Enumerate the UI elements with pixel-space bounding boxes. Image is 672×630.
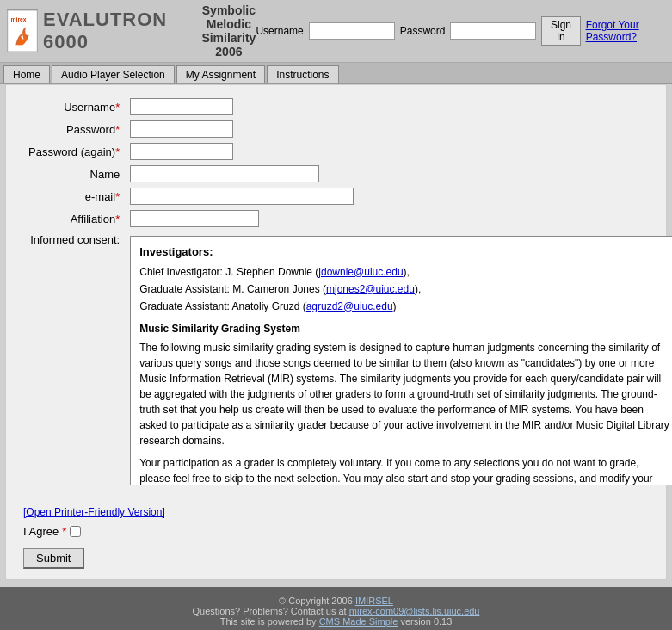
cms-link[interactable]: CMS Made Simple xyxy=(319,616,398,627)
registration-form: Username* Password* Password (again)* xyxy=(23,96,672,497)
forgot-password-link[interactable]: Forgot Your Password? xyxy=(586,19,665,43)
password-field-label: Password* xyxy=(23,118,125,140)
investigators-heading: Investigators: xyxy=(139,244,671,261)
header-username-input[interactable] xyxy=(309,22,395,40)
username-label: Username xyxy=(256,25,303,37)
tab-my-assignment[interactable]: My Assignment xyxy=(176,65,265,83)
printer-friendly-link[interactable]: [Open Printer-Friendly Version] xyxy=(23,506,165,518)
grad2: Graduate Assistant: Anatoliy Gruzd (agru… xyxy=(139,299,671,314)
tab-home[interactable]: Home xyxy=(3,65,50,83)
agree-row: I Agree* xyxy=(23,525,649,538)
evalutron-title: EVALUTRON 6000 xyxy=(43,9,201,53)
name-field-label: Name xyxy=(23,163,125,185)
email-field-label: e-mail* xyxy=(23,185,125,207)
consent-box[interactable]: Investigators: Chief Investigator: J. St… xyxy=(130,236,672,485)
informed-consent-label: Informed consent: xyxy=(23,230,125,497)
imirsel-link[interactable]: IMIRSEL xyxy=(355,596,393,606)
music-p2: Your participation as a grader is comple… xyxy=(139,455,671,486)
grad1-email-link[interactable]: mjones2@uiuc.edu xyxy=(326,283,415,295)
header-password-input[interactable] xyxy=(450,22,536,40)
main-content: Username* Password* Password (again)* xyxy=(5,84,667,580)
footer-powered: This site is powered by CMS Made Simple … xyxy=(0,616,672,627)
footer-copyright: © Copyright 2006 IMIRSEL xyxy=(0,596,672,606)
tab-instructions[interactable]: Instructions xyxy=(267,65,338,83)
contact-email-link[interactable]: mirex-com09@lists.lis.uiuc.edu xyxy=(349,606,480,616)
username-field-label: Username* xyxy=(23,96,125,118)
password-input[interactable] xyxy=(130,120,233,138)
email-input[interactable] xyxy=(130,188,354,205)
grad2-email-link[interactable]: agruzd2@uiuc.edu xyxy=(306,300,393,312)
svg-text:mirex: mirex xyxy=(11,16,27,22)
affiliation-input[interactable] xyxy=(130,210,259,227)
signin-button[interactable]: Sign in xyxy=(541,16,580,46)
name-input[interactable] xyxy=(130,165,319,182)
site-title: Symbolic Melodic Similarity 2006 xyxy=(201,3,256,59)
footer: © Copyright 2006 IMIRSEL Questions? Prob… xyxy=(0,587,672,630)
tab-audio-player[interactable]: Audio Player Selection xyxy=(52,65,175,83)
password-again-input[interactable] xyxy=(130,143,233,160)
agree-label: I Agree xyxy=(23,525,59,538)
password-again-field-label: Password (again)* xyxy=(23,140,125,163)
mirex-logo: mirex xyxy=(7,9,38,52)
printer-link-container: [Open Printer-Friendly Version] xyxy=(23,505,649,525)
music-p1: The following music similarity grading s… xyxy=(139,340,671,448)
chief-investigator: Chief Investigator: J. Stephen Downie (j… xyxy=(139,264,671,280)
consent-area: Investigators: Chief Investigator: J. St… xyxy=(130,236,672,485)
footer-questions: Questions? Problems? Contact us at mirex… xyxy=(0,606,672,616)
music-heading: Music Similarity Grading System xyxy=(139,321,671,337)
username-input[interactable] xyxy=(130,98,233,115)
affiliation-field-label: Affiliation* xyxy=(23,207,125,230)
password-label: Password xyxy=(400,25,446,37)
grad1: Graduate Assistant: M. Cameron Jones (mj… xyxy=(139,281,671,297)
chief-email-link[interactable]: jdownie@uiuc.edu xyxy=(318,266,403,278)
nav-tabs: Home Audio Player Selection My Assignmen… xyxy=(0,62,672,83)
agree-checkbox[interactable] xyxy=(70,526,81,537)
submit-button[interactable]: Submit xyxy=(23,548,84,569)
